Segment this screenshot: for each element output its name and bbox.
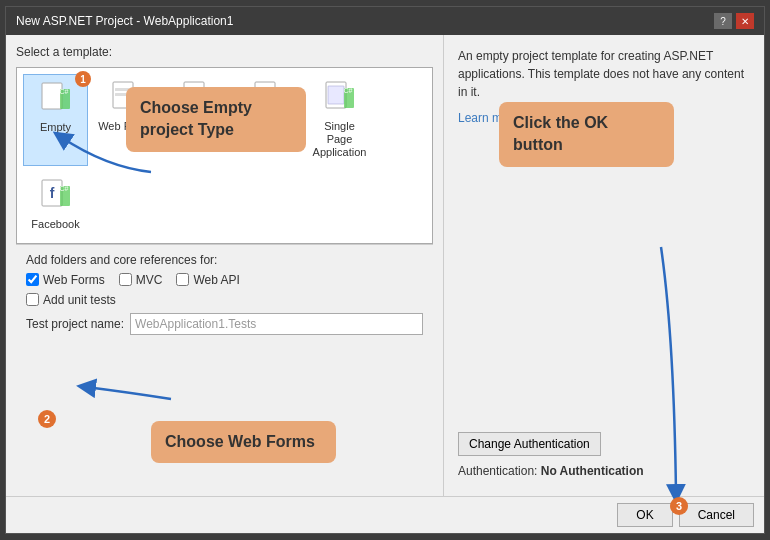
svg-text:C#: C#: [343, 87, 352, 94]
bottom-section: Add folders and core references for: Web…: [16, 244, 433, 343]
test-project-row: Test project name:: [26, 313, 423, 335]
close-button[interactable]: ✕: [736, 13, 754, 29]
title-bar: New ASP.NET Project - WebApplication1 ? …: [6, 7, 764, 35]
svg-rect-5: [115, 93, 127, 96]
right-description: An empty project template for creating A…: [458, 47, 750, 101]
empty-icon: C#: [38, 81, 74, 117]
test-project-input[interactable]: [130, 313, 423, 335]
checkbox-mvc[interactable]: MVC: [119, 273, 163, 287]
auth-label: Authentication:: [458, 464, 537, 478]
svg-text:C#: C#: [59, 185, 68, 192]
facebook-label: Facebook: [31, 218, 79, 231]
callout-choose-webforms: Choose Web Forms: [151, 421, 336, 463]
empty-label: Empty: [40, 121, 71, 134]
cancel-button[interactable]: Cancel: [679, 503, 754, 527]
badge-3: 3: [670, 497, 688, 515]
template-singlepage[interactable]: C# Single Page Application: [307, 74, 372, 166]
checkbox-webforms[interactable]: Web Forms: [26, 273, 105, 287]
select-template-label: Select a template:: [16, 45, 433, 59]
svg-text:C#: C#: [59, 88, 68, 95]
dialog-window: New ASP.NET Project - WebApplication1 ? …: [5, 6, 765, 534]
facebook-icon: f C#: [38, 178, 74, 214]
dialog-title: New ASP.NET Project - WebApplication1: [16, 14, 233, 28]
add-unit-tests-label: Add unit tests: [43, 293, 116, 307]
badge-1: 1: [75, 71, 91, 87]
callout-choose-empty: Choose Empty project Type: [126, 87, 306, 152]
template-empty[interactable]: 1 C# Empty: [23, 74, 88, 166]
auth-row: Authentication: No Authentication: [458, 464, 750, 478]
singlepage-icon: C#: [322, 80, 358, 116]
add-unit-tests-row: Add unit tests: [26, 293, 423, 307]
checkboxes-row: Web Forms MVC Web API: [26, 273, 423, 287]
svg-rect-16: [328, 86, 344, 104]
add-folders-label: Add folders and core references for:: [26, 253, 423, 267]
dialog-footer: 3 OK Cancel: [6, 496, 764, 533]
title-bar-buttons: ? ✕: [714, 13, 754, 29]
svg-text:f: f: [49, 185, 54, 201]
change-auth-button[interactable]: Change Authentication: [458, 432, 601, 456]
checkbox-webapi[interactable]: Web API: [176, 273, 239, 287]
template-facebook[interactable]: f C# Facebook: [23, 172, 88, 237]
singlepage-label: Single Page Application: [311, 120, 368, 160]
callout-click-ok: Click the OK button: [499, 102, 674, 167]
ok-button[interactable]: OK: [617, 503, 672, 527]
checkbox-add-unit-tests[interactable]: Add unit tests: [26, 293, 116, 307]
help-button[interactable]: ?: [714, 13, 732, 29]
svg-rect-0: [42, 83, 62, 109]
test-project-label: Test project name:: [26, 317, 124, 331]
badge-2: 2: [38, 410, 56, 428]
auth-value: No Authentication: [541, 464, 644, 478]
